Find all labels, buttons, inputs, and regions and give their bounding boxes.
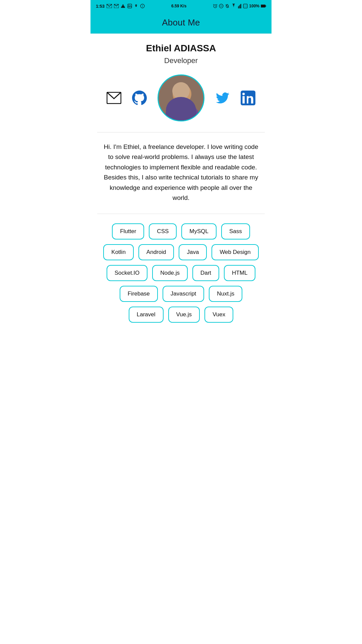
profile-role: Developer xyxy=(164,56,198,65)
warning-icon xyxy=(121,4,125,8)
svg-point-27 xyxy=(173,84,191,104)
signal-icon xyxy=(238,4,242,8)
svg-line-11 xyxy=(217,4,217,5)
svg-rect-33 xyxy=(243,96,245,104)
mute-icon xyxy=(225,4,230,8)
skill-tag[interactable]: Vue.js xyxy=(168,307,200,323)
alarm-icon xyxy=(213,4,218,8)
avatar xyxy=(158,74,204,121)
dnd-icon xyxy=(219,4,224,8)
skill-tag[interactable]: Vuex xyxy=(204,307,233,323)
svg-rect-22 xyxy=(261,5,265,7)
skill-tag[interactable]: Node.js xyxy=(152,265,188,281)
main-content: Ethiel ADIASSA Developer xyxy=(90,34,272,336)
skill-tag[interactable]: Dart xyxy=(192,265,219,281)
app-bar-title: About Me xyxy=(162,17,200,28)
svg-rect-23 xyxy=(265,6,266,7)
skill-tag[interactable]: Nuxt.js xyxy=(209,286,242,302)
divider-1 xyxy=(97,132,265,132)
skill-tag[interactable]: Sass xyxy=(221,223,250,239)
svg-point-34 xyxy=(242,93,245,95)
status-bar: 1:53 6.59 K/s 100% xyxy=(90,0,272,12)
skill-tag[interactable]: Socket.IO xyxy=(107,265,148,281)
avatar-image xyxy=(159,75,203,120)
svg-point-6 xyxy=(142,6,143,7)
svg-rect-29 xyxy=(183,92,188,96)
email-icon xyxy=(107,92,121,104)
skills-container: FlutterCSSMySQLSassKotlinAndroidJavaWeb … xyxy=(97,223,265,323)
skill-tag[interactable]: Java xyxy=(179,244,207,260)
svg-rect-2 xyxy=(128,4,132,8)
avatar-svg xyxy=(159,75,203,120)
mail-icon-2 xyxy=(114,4,119,8)
social-row xyxy=(97,74,265,121)
github-icon xyxy=(132,91,147,105)
linkedin-button[interactable] xyxy=(241,91,255,105)
divider-2 xyxy=(97,214,265,214)
svg-rect-17 xyxy=(240,5,240,8)
wifi-icon xyxy=(231,4,236,8)
profile-name: Ethiel ADIASSA xyxy=(146,43,216,54)
svg-line-10 xyxy=(213,4,214,5)
skill-tag[interactable]: Web Design xyxy=(212,244,258,260)
skill-tag[interactable]: Javascript xyxy=(163,286,204,302)
skill-tag[interactable]: Flutter xyxy=(112,223,144,239)
svg-point-26 xyxy=(165,102,199,120)
status-bar-left: 1:53 xyxy=(96,4,145,9)
battery-percent: 100% xyxy=(249,4,259,8)
skill-tag[interactable]: CSS xyxy=(149,223,177,239)
bio-text: Hi. I'm Ethiel, a freelance developer. I… xyxy=(97,142,265,203)
svg-rect-18 xyxy=(241,4,241,8)
skill-tag[interactable]: Kotlin xyxy=(103,244,134,260)
skill-tag[interactable]: Firebase xyxy=(120,286,158,302)
svg-line-9 xyxy=(215,6,216,7)
pin-icon xyxy=(134,4,138,8)
github-button[interactable] xyxy=(132,91,147,105)
email-button[interactable] xyxy=(107,92,121,104)
mail-icon-1 xyxy=(107,4,112,8)
skill-tag[interactable]: HTML xyxy=(224,265,255,281)
skill-tag[interactable]: Laravel xyxy=(129,307,164,323)
image-icon xyxy=(127,4,132,8)
svg-rect-16 xyxy=(239,5,240,8)
svg-point-3 xyxy=(129,5,129,6)
svg-rect-15 xyxy=(238,6,239,8)
app-bar: About Me xyxy=(90,12,272,34)
twitter-button[interactable] xyxy=(215,91,230,105)
svg-rect-28 xyxy=(176,92,181,96)
status-bar-right: 100% xyxy=(213,4,266,8)
time-display: 1:53 xyxy=(96,4,105,9)
svg-rect-31 xyxy=(171,109,193,110)
sim-icon xyxy=(243,4,248,8)
twitter-icon xyxy=(215,91,230,105)
linkedin-icon xyxy=(241,91,255,105)
skill-tag[interactable]: MySQL xyxy=(181,223,217,239)
network-speed: 6.59 K/s xyxy=(171,4,186,8)
battery-icon xyxy=(261,4,266,8)
extra-icon xyxy=(140,4,145,8)
skill-tag[interactable]: Android xyxy=(138,244,174,260)
